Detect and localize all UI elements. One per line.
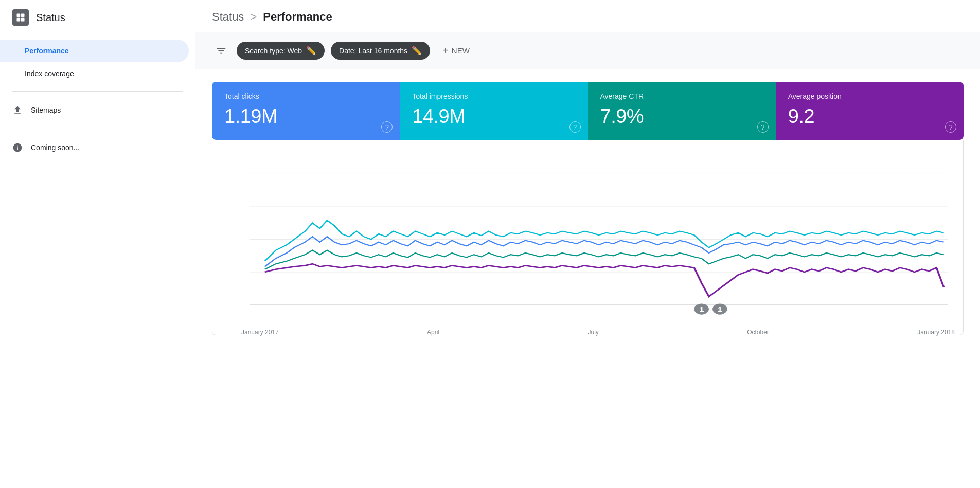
sidebar: Status Performance Index coverage Sitema… xyxy=(0,0,195,488)
date-label: Date: Last 16 months xyxy=(339,47,407,55)
upload-icon xyxy=(12,105,23,115)
x-label-jan2018: January 2018 xyxy=(917,329,955,336)
breadcrumb-current: Performance xyxy=(263,10,332,24)
sidebar-nav: Performance Index coverage Sitemaps Comi… xyxy=(0,35,195,160)
search-type-label: Search type: Web xyxy=(245,47,302,55)
svg-rect-0 xyxy=(17,14,21,17)
metrics-row: Total clicks 1.19M ? Total impressions 1… xyxy=(212,82,964,140)
breadcrumb-parent: Status xyxy=(212,10,244,24)
metric-position-label: Average position xyxy=(788,92,951,100)
metric-clicks-help[interactable]: ? xyxy=(381,121,393,133)
x-label-april: April xyxy=(427,329,439,336)
svg-text:1: 1 xyxy=(718,306,723,313)
app-logo xyxy=(12,9,29,26)
metric-impressions-value: 14.9M xyxy=(412,105,575,128)
metric-total-clicks[interactable]: Total clicks 1.19M ? xyxy=(212,82,400,140)
sidebar-item-performance[interactable]: Performance xyxy=(0,40,189,62)
metric-average-position[interactable]: Average position 9.2 ? xyxy=(776,82,964,140)
metric-impressions-label: Total impressions xyxy=(412,92,575,100)
date-filter[interactable]: Date: Last 16 months ✏️ xyxy=(331,42,430,60)
sidebar-app-title: Status xyxy=(36,12,65,24)
metric-clicks-label: Total clicks xyxy=(224,92,387,100)
svg-rect-2 xyxy=(17,18,21,22)
nav-divider-2 xyxy=(12,129,183,129)
metric-position-value: 9.2 xyxy=(788,105,951,128)
svg-text:1: 1 xyxy=(699,306,704,313)
x-label-october: October xyxy=(747,329,769,336)
sidebar-item-coming-soon[interactable]: Coming soon... xyxy=(0,135,189,160)
toolbar: Search type: Web ✏️ Date: Last 16 months… xyxy=(195,32,980,69)
page-header: Status > Performance xyxy=(195,0,980,32)
metric-ctr-label: Average CTR xyxy=(600,92,763,100)
svg-rect-1 xyxy=(21,14,25,17)
chart-svg: 1 1 xyxy=(221,152,955,327)
metric-position-help[interactable]: ? xyxy=(945,121,956,133)
edit-date-icon: ✏️ xyxy=(412,46,422,56)
search-type-filter[interactable]: Search type: Web ✏️ xyxy=(237,42,325,60)
x-label-july: July xyxy=(587,329,598,336)
metric-ctr-help[interactable]: ? xyxy=(757,121,769,133)
sidebar-item-index-coverage[interactable]: Index coverage xyxy=(0,62,189,85)
sidebar-item-sitemaps[interactable]: Sitemaps xyxy=(0,98,189,122)
x-label-jan2017: January 2017 xyxy=(241,329,279,336)
nav-divider-1 xyxy=(12,91,183,92)
new-filter-button[interactable]: + NEW xyxy=(436,41,476,61)
metric-impressions-help[interactable]: ? xyxy=(569,121,581,133)
performance-label: Performance xyxy=(25,47,69,55)
sitemaps-label: Sitemaps xyxy=(31,106,61,114)
plus-icon: + xyxy=(442,45,449,57)
edit-search-type-icon: ✏️ xyxy=(306,46,316,56)
metric-ctr-value: 7.9% xyxy=(600,105,763,128)
breadcrumb-separator: > xyxy=(250,10,257,24)
index-coverage-label: Index coverage xyxy=(25,69,74,78)
main-content: Status > Performance Search type: Web ✏️… xyxy=(195,0,980,488)
metric-average-ctr[interactable]: Average CTR 7.9% ? xyxy=(588,82,776,140)
svg-rect-3 xyxy=(21,18,25,22)
filter-button[interactable] xyxy=(212,42,230,60)
performance-chart: 1 1 January 2017 April July October Janu… xyxy=(212,140,964,335)
metric-clicks-value: 1.19M xyxy=(224,105,387,128)
info-icon xyxy=(12,142,23,153)
coming-soon-label: Coming soon... xyxy=(31,143,79,152)
sidebar-header: Status xyxy=(0,0,195,35)
new-label: NEW xyxy=(452,46,470,55)
metric-total-impressions[interactable]: Total impressions 14.9M ? xyxy=(400,82,587,140)
